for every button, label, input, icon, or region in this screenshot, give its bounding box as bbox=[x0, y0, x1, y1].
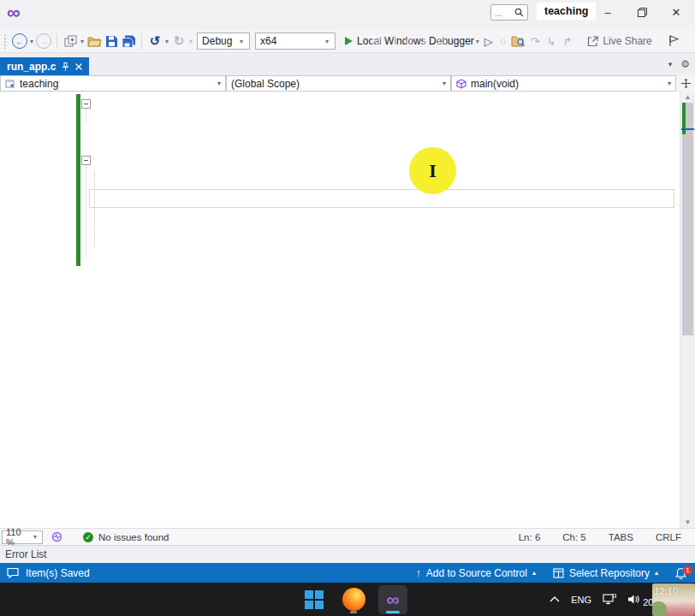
window-controls: – ✕ bbox=[591, 0, 693, 24]
member-name: main(void) bbox=[471, 78, 519, 90]
error-list-panel-header[interactable]: Error List bbox=[0, 545, 695, 563]
fold-marker-line-4[interactable] bbox=[81, 156, 91, 165]
language-indicator[interactable]: ENG bbox=[571, 595, 591, 605]
member-dropdown[interactable]: main(void) ▾ bbox=[451, 75, 676, 92]
new-item-button[interactable] bbox=[62, 32, 79, 50]
vertical-scrollbar[interactable]: ▲ ▼ bbox=[680, 92, 695, 528]
undo-dropdown[interactable]: ▾ bbox=[163, 38, 170, 45]
start-without-debugging-icon[interactable]: ▷ bbox=[484, 35, 493, 48]
select-repository-button[interactable]: Select Repository ▴ bbox=[553, 567, 658, 579]
flag-icon bbox=[668, 35, 680, 47]
search-box[interactable]: ... bbox=[490, 4, 528, 21]
save-all-icon bbox=[122, 35, 136, 48]
toolbar-grip-handle[interactable] bbox=[3, 33, 8, 49]
add-to-source-control-caret-icon: ▴ bbox=[532, 569, 536, 577]
navigate-forward-button[interactable]: → bbox=[35, 32, 52, 50]
saved-changes-tracking-bar bbox=[76, 94, 80, 266]
attach-to-process-icon[interactable]: ○ bbox=[500, 35, 507, 48]
title-bar: ∞ ... teaching – ✕ bbox=[0, 0, 695, 30]
start-button[interactable] bbox=[300, 585, 329, 614]
tab-run-app-c[interactable]: run_app.c bbox=[0, 57, 89, 75]
outline-guide bbox=[86, 109, 86, 123]
network-icon[interactable] bbox=[603, 594, 616, 605]
start-debugging-dropdown[interactable]: ▾ bbox=[474, 38, 481, 45]
error-list-title: Error List bbox=[5, 548, 47, 560]
select-repository-label: Select Repository bbox=[569, 567, 650, 579]
code-editor[interactable]: ▲ ▼ bbox=[0, 92, 695, 528]
play-icon bbox=[345, 37, 353, 45]
save-icon bbox=[105, 35, 118, 48]
configuration-caret-icon: ▾ bbox=[238, 38, 245, 45]
scope-caret-icon: ▾ bbox=[443, 80, 446, 87]
save-button[interactable] bbox=[103, 32, 120, 50]
search-value: ... bbox=[495, 9, 502, 17]
cursor-highlight-circle bbox=[409, 147, 456, 194]
member-caret-icon: ▾ bbox=[668, 80, 671, 87]
status-message: Item(s) Saved bbox=[26, 567, 90, 579]
tab-list-dropdown-icon[interactable]: ▾ bbox=[668, 60, 673, 68]
line-ending-indicator[interactable]: CRLF bbox=[656, 532, 681, 542]
visual-studio-window: ∞ ... teaching – ✕ ← ▾ → bbox=[0, 0, 695, 616]
redo-button[interactable]: ↻ bbox=[170, 32, 187, 50]
scroll-down-icon[interactable]: ▼ bbox=[680, 518, 695, 526]
start-debugging-button[interactable]: Local Windows Debugger ▾ bbox=[338, 35, 481, 47]
zoom-level-combo[interactable]: 110 % ▾ bbox=[2, 530, 43, 544]
line-indicator: Ln: 6 bbox=[519, 532, 541, 542]
platform-value: x64 bbox=[260, 35, 276, 47]
document-tab-strip: run_app.c ▾ ⚙ bbox=[0, 53, 695, 75]
fold-marker-line-1[interactable] bbox=[81, 99, 91, 109]
close-button[interactable]: ✕ bbox=[659, 0, 693, 24]
notification-count-badge: 1 bbox=[683, 566, 692, 575]
close-tab-icon[interactable] bbox=[75, 63, 82, 70]
step-into-icon[interactable]: ↳ bbox=[547, 35, 556, 48]
add-to-source-control-label: Add to Source Control bbox=[426, 567, 527, 579]
split-window-button[interactable] bbox=[676, 75, 695, 92]
minimize-button[interactable]: – bbox=[591, 0, 625, 24]
solution-platform-combo[interactable]: x64 ▾ bbox=[255, 33, 336, 50]
visual-studio-icon: ∞ bbox=[387, 591, 400, 608]
pin-tab-icon[interactable] bbox=[62, 62, 69, 71]
solution-configuration-combo[interactable]: Debug ▾ bbox=[197, 33, 250, 50]
windows-taskbar: ∞ ENG 2024/2/4 12:10 bbox=[0, 583, 695, 616]
open-folder-button[interactable] bbox=[86, 32, 103, 50]
add-to-source-control-button[interactable]: ↑ Add to Source Control ▴ bbox=[416, 567, 536, 579]
method-cube-icon bbox=[456, 79, 466, 89]
project-icon bbox=[5, 79, 15, 89]
taskbar-firefox-button[interactable] bbox=[339, 585, 368, 614]
health-indicator-icon bbox=[51, 531, 62, 542]
project-dropdown[interactable]: teaching ▾ bbox=[0, 75, 226, 92]
step-over-icon[interactable]: ↷ bbox=[531, 35, 540, 48]
navigate-back-button[interactable]: ← bbox=[11, 32, 28, 50]
upload-arrow-icon: ↑ bbox=[416, 567, 421, 579]
save-all-button[interactable] bbox=[120, 32, 137, 50]
feedback-bubble-icon[interactable] bbox=[7, 567, 19, 578]
repository-icon bbox=[553, 568, 564, 578]
tab-options-gear-icon[interactable]: ⚙ bbox=[680, 58, 690, 70]
step-out-icon[interactable]: ↱ bbox=[563, 35, 573, 48]
feedback-flag-button[interactable] bbox=[666, 32, 683, 50]
notifications-button[interactable]: 1 bbox=[675, 567, 686, 579]
live-share-label: Live Share bbox=[603, 35, 651, 47]
project-caret-icon: ▾ bbox=[217, 80, 221, 87]
scope-dropdown[interactable]: (Global Scope) ▾ bbox=[226, 75, 451, 92]
undo-button[interactable]: ↺ bbox=[146, 32, 163, 50]
splitter-icon bbox=[681, 79, 691, 88]
scrollbar-thumb[interactable] bbox=[682, 103, 693, 335]
new-item-dropdown[interactable]: ▾ bbox=[79, 38, 86, 45]
navigate-back-dropdown[interactable]: ▾ bbox=[28, 38, 35, 45]
find-in-files-button[interactable] bbox=[510, 32, 527, 50]
redo-dropdown[interactable]: ▾ bbox=[187, 38, 194, 45]
indentation-indicator[interactable]: TABS bbox=[609, 532, 633, 542]
volume-icon[interactable] bbox=[627, 594, 640, 605]
scroll-up-icon[interactable]: ▲ bbox=[680, 93, 695, 101]
taskbar-time[interactable]: 12:10 bbox=[654, 586, 678, 596]
visual-studio-active-indicator bbox=[386, 611, 400, 613]
taskbar-visual-studio-button[interactable]: ∞ bbox=[378, 585, 407, 614]
issues-message: No issues found bbox=[98, 532, 169, 542]
restore-button[interactable] bbox=[625, 0, 659, 24]
search-icon bbox=[514, 8, 524, 17]
scrollbar-caret-marker bbox=[681, 128, 694, 130]
tray-chevron-icon[interactable] bbox=[549, 596, 560, 602]
live-share-button[interactable]: Live Share bbox=[587, 35, 651, 47]
document-health-indicator[interactable] bbox=[51, 531, 62, 542]
